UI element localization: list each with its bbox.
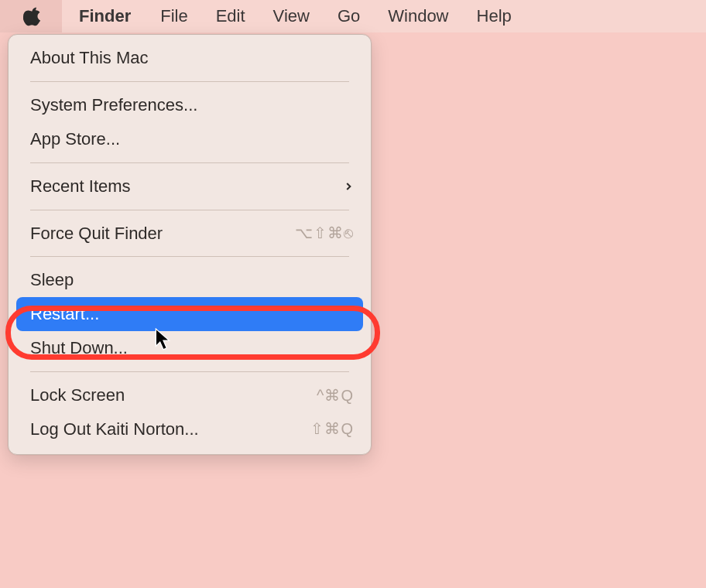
menubar-app-name[interactable]: Finder: [62, 0, 146, 32]
menubar-view[interactable]: View: [259, 0, 324, 32]
cursor-icon: [155, 328, 172, 351]
menu-item-label: Sleep: [30, 268, 74, 292]
menu-recent-items[interactable]: Recent Items: [9, 169, 371, 203]
menu-shut-down[interactable]: Shut Down...: [9, 331, 371, 365]
apple-menu-dropdown: About This Mac System Preferences... App…: [8, 34, 372, 455]
menu-item-label: Restart...: [30, 302, 99, 326]
menu-item-label: Lock Screen: [30, 383, 125, 408]
menu-item-label: App Store...: [30, 127, 120, 152]
apple-logo-icon: [23, 5, 42, 27]
menubar-file[interactable]: File: [146, 0, 201, 32]
menu-divider: [30, 210, 349, 210]
menubar-help[interactable]: Help: [463, 0, 526, 32]
menu-about-this-mac[interactable]: About This Mac: [9, 41, 371, 75]
menubar-window[interactable]: Window: [374, 0, 462, 32]
chevron-right-icon: [343, 181, 354, 192]
menu-item-label: Shut Down...: [30, 336, 128, 361]
menu-divider: [30, 256, 349, 257]
menu-system-preferences[interactable]: System Preferences...: [9, 88, 371, 122]
menu-app-store[interactable]: App Store...: [9, 122, 371, 156]
apple-menu-button[interactable]: [0, 0, 62, 32]
menu-item-label: About This Mac: [30, 46, 148, 70]
menu-item-label: Recent Items: [30, 174, 131, 199]
menubar: Finder File Edit View Go Window Help: [0, 0, 706, 32]
menu-divider: [30, 81, 349, 82]
menu-log-out[interactable]: Log Out Kaiti Norton... ⇧⌘Q: [9, 412, 371, 446]
menu-shortcut: ⇧⌘Q: [310, 418, 354, 440]
menu-item-label: Log Out Kaiti Norton...: [30, 417, 199, 442]
menu-shortcut: ⌥⇧⌘⎋: [295, 222, 354, 244]
menu-item-label: Force Quit Finder: [30, 221, 163, 246]
menu-divider: [30, 162, 349, 163]
menu-divider: [30, 371, 349, 372]
menubar-go[interactable]: Go: [324, 0, 374, 32]
menu-force-quit[interactable]: Force Quit Finder ⌥⇧⌘⎋: [9, 217, 371, 251]
menu-lock-screen[interactable]: Lock Screen ^⌘Q: [9, 378, 371, 412]
menu-item-label: System Preferences...: [30, 93, 197, 118]
menu-sleep[interactable]: Sleep: [9, 263, 371, 297]
menubar-edit[interactable]: Edit: [202, 0, 259, 32]
menu-restart[interactable]: Restart...: [16, 297, 363, 331]
menu-shortcut: ^⌘Q: [317, 385, 354, 407]
